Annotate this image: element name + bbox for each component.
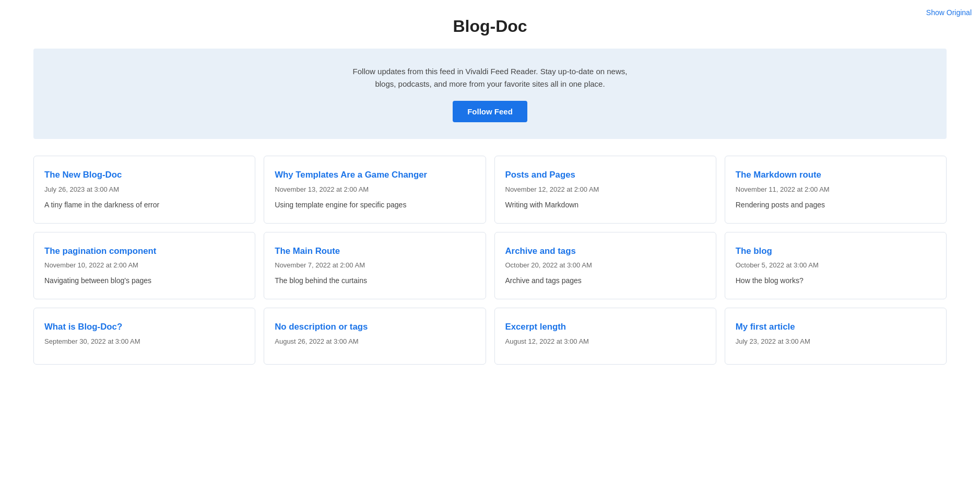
article-title[interactable]: The New Blog-Doc xyxy=(44,169,244,181)
article-card: No description or tagsAugust 26, 2022 at… xyxy=(264,308,486,365)
article-card: My first articleJuly 23, 2022 at 3:00 AM xyxy=(725,308,947,365)
article-card: The New Blog-DocJuly 26, 2023 at 3:00 AM… xyxy=(33,156,255,224)
article-card: The Main RouteNovember 7, 2022 at 2:00 A… xyxy=(264,232,486,300)
article-card: The Markdown routeNovember 11, 2022 at 2… xyxy=(725,156,947,224)
article-date: November 10, 2022 at 2:00 AM xyxy=(44,261,244,269)
article-date: August 26, 2022 at 3:00 AM xyxy=(275,337,475,345)
article-excerpt: Using template engine for specific pages xyxy=(275,200,475,211)
article-date: July 23, 2022 at 3:00 AM xyxy=(736,337,936,345)
article-title[interactable]: The pagination component xyxy=(44,245,244,258)
article-date: September 30, 2022 at 3:00 AM xyxy=(44,337,244,345)
article-card: Archive and tagsOctober 20, 2022 at 3:00… xyxy=(494,232,716,300)
article-date: July 26, 2023 at 3:00 AM xyxy=(44,185,244,193)
article-title[interactable]: The Main Route xyxy=(275,245,475,258)
article-excerpt: Rendering posts and pages xyxy=(736,200,936,211)
article-title[interactable]: No description or tags xyxy=(275,321,475,333)
article-excerpt: A tiny flame in the darkness of error xyxy=(44,200,244,211)
page-title: Blog-Doc xyxy=(0,0,980,49)
follow-feed-button[interactable]: Follow Feed xyxy=(453,101,527,122)
article-date: October 5, 2022 at 3:00 AM xyxy=(736,261,936,269)
article-title[interactable]: My first article xyxy=(736,321,936,333)
article-card: Posts and PagesNovember 12, 2022 at 2:00… xyxy=(494,156,716,224)
article-title[interactable]: The Markdown route xyxy=(736,169,936,181)
article-date: November 11, 2022 at 2:00 AM xyxy=(736,185,936,193)
article-excerpt: Writing with Markdown xyxy=(505,200,705,211)
article-card: The pagination componentNovember 10, 202… xyxy=(33,232,255,300)
article-date: October 20, 2022 at 3:00 AM xyxy=(505,261,705,269)
article-title[interactable]: Posts and Pages xyxy=(505,169,705,181)
article-title[interactable]: The blog xyxy=(736,245,936,258)
article-date: November 7, 2022 at 2:00 AM xyxy=(275,261,475,269)
article-date: August 12, 2022 at 3:00 AM xyxy=(505,337,705,345)
articles-grid: The New Blog-DocJuly 26, 2023 at 3:00 AM… xyxy=(0,156,980,381)
article-excerpt: The blog behind the curtains xyxy=(275,275,475,286)
article-date: November 13, 2022 at 2:00 AM xyxy=(275,185,475,193)
article-card: Excerpt lengthAugust 12, 2022 at 3:00 AM xyxy=(494,308,716,365)
article-date: November 12, 2022 at 2:00 AM xyxy=(505,185,705,193)
article-card: Why Templates Are a Game ChangerNovember… xyxy=(264,156,486,224)
feed-banner: Follow updates from this feed in Vivaldi… xyxy=(33,49,947,139)
article-title[interactable]: Why Templates Are a Game Changer xyxy=(275,169,475,181)
article-excerpt: Archive and tags pages xyxy=(505,275,705,286)
article-card: What is Blog-Doc?September 30, 2022 at 3… xyxy=(33,308,255,365)
article-excerpt: How the blog works? xyxy=(736,275,936,286)
article-title[interactable]: What is Blog-Doc? xyxy=(44,321,244,333)
show-original-link[interactable]: Show Original xyxy=(926,8,972,17)
article-title[interactable]: Excerpt length xyxy=(505,321,705,333)
article-excerpt: Navigating between blog's pages xyxy=(44,275,244,286)
feed-banner-description: Follow updates from this feed in Vivaldi… xyxy=(344,65,636,90)
article-card: The blogOctober 5, 2022 at 3:00 AMHow th… xyxy=(725,232,947,300)
article-title[interactable]: Archive and tags xyxy=(505,245,705,258)
